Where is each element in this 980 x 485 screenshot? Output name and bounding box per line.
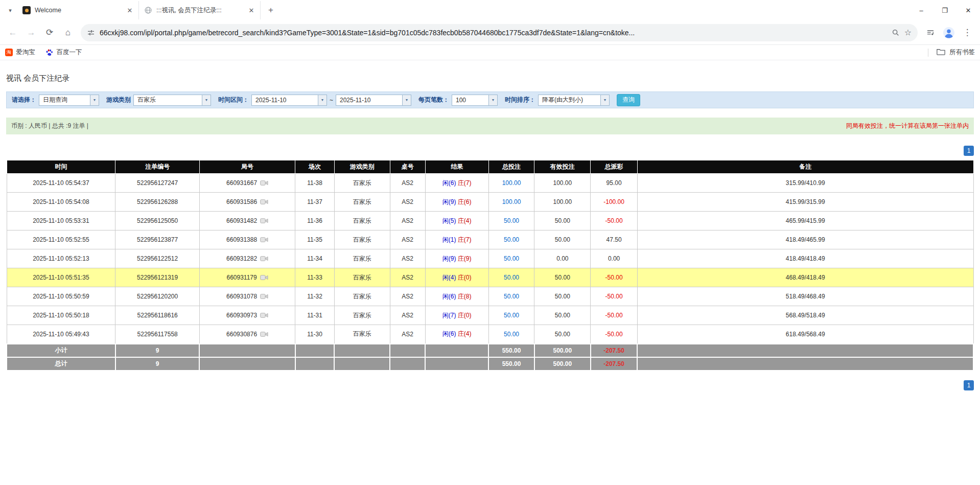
total-bet-link[interactable]: 50.00 [504,274,519,281]
welcome-favicon [22,6,31,14]
date-to-input[interactable]: 2025-11-10 ▼ [336,95,411,106]
all-bookmarks[interactable]: 所有书签 [928,48,975,57]
media-controls-icon[interactable] [922,24,939,41]
table-row[interactable]: 2025-11-10 05:53:31522956125050660931482… [7,212,973,230]
chevron-down-icon[interactable]: ▼ [600,95,609,105]
column-header: 总投注 [488,160,534,174]
back-icon[interactable]: ← [4,24,21,41]
profile-avatar[interactable] [940,24,958,41]
chevron-down-icon[interactable]: ▼ [318,95,326,105]
table-row[interactable]: 2025-11-10 05:50:59522956120200660931078… [7,287,973,306]
bookmark-star-icon[interactable]: ☆ [904,28,912,37]
bookmark-taobao[interactable]: 淘 爱淘宝 [5,48,35,57]
video-replay-icon[interactable] [260,180,268,186]
tab-welcome[interactable]: Welcome ✕ [17,1,139,19]
zoom-icon[interactable] [892,29,900,37]
sort-select[interactable]: 降幂(由大到小) ▼ [538,95,610,106]
cell-note: 618.49/568.49 [637,325,973,344]
chevron-down-icon[interactable]: ▼ [90,95,99,105]
url-text[interactable]: 66cxkj98.com/ipl/portal.php/game/betreco… [100,29,887,37]
tab-close-icon[interactable]: ✕ [125,6,134,15]
tab-betrecord[interactable]: :::视讯, 会员下注纪录::: ✕ [139,1,261,19]
total-bet-link[interactable]: 50.00 [504,312,519,319]
grand-total-total-bet: 550.00 [488,357,534,371]
notice-text: 同局有效投注，统一计算在该局第一张注单内 [846,122,969,130]
baidu-favicon [45,49,54,57]
total-bet-link[interactable]: 100.00 [502,198,521,205]
game-type-label: 游戏类别 [106,96,131,104]
forward-icon[interactable]: → [22,24,40,41]
result-banker: 庄(0) [458,274,472,281]
tab-close-icon[interactable]: ✕ [247,6,256,15]
total-bet-link[interactable]: 50.00 [504,293,519,300]
tab-search-icon[interactable]: ▾ [3,3,17,17]
menu-kebab-icon[interactable]: ⋮ [959,24,976,41]
cell-round-id: 660930973 [199,306,295,325]
chevron-down-icon[interactable]: ▼ [402,95,411,105]
cell-round-id: 660931282 [199,249,295,268]
total-bet-link[interactable]: 50.00 [504,331,519,338]
minimize-button[interactable]: – [909,0,933,20]
cell-bet-id: 522956127247 [115,174,200,193]
cell-result: 闲(6) 庄(7) [425,174,488,193]
video-replay-icon[interactable] [260,218,268,224]
sort-label: 时间排序： [505,96,535,104]
table-row[interactable]: 2025-11-10 05:49:43522956117558660930876… [7,325,973,344]
new-tab-button[interactable]: + [264,3,278,17]
result-banker: 庄(0) [458,312,472,319]
page-number-button[interactable]: 1 [964,146,974,156]
total-bet-link[interactable]: 50.00 [504,236,519,243]
home-icon[interactable]: ⌂ [59,24,77,41]
cell-round-id: 660931388 [199,230,295,249]
url-bar[interactable]: 66cxkj98.com/ipl/portal.php/game/betreco… [81,24,918,41]
table-row[interactable]: 2025-11-10 05:52:55522956123877660931388… [7,230,973,249]
chevron-down-icon[interactable]: ▼ [488,95,497,105]
cell-game-type: 百家乐 [334,249,390,268]
bookmark-baidu[interactable]: 百度一下 [45,48,82,57]
cell-total-bet: 100.00 [488,174,534,193]
cell-session: 11-35 [295,230,335,249]
cell-payout: -100.00 [591,193,638,212]
total-bet-link[interactable]: 50.00 [504,255,519,262]
close-button[interactable]: ✕ [956,0,980,20]
total-bet-link[interactable]: 50.00 [504,217,519,224]
table-row[interactable]: 2025-11-10 05:54:37522956127247660931667… [7,174,973,193]
search-button[interactable]: 查询 [617,94,640,106]
video-replay-icon[interactable] [260,237,268,243]
video-replay-icon[interactable] [260,331,268,337]
cell-table-no: AS2 [390,306,425,325]
grand-total-count: 9 [115,357,200,371]
column-header: 游戏类别 [334,160,390,174]
bookmark-label: 百度一下 [57,48,82,57]
page-number-button[interactable]: 1 [964,380,974,390]
maximize-button[interactable]: ❐ [933,0,956,20]
table-row[interactable]: 2025-11-10 05:51:35522956121319660931179… [7,268,973,287]
date-from-input[interactable]: 2025-11-10 ▼ [251,95,327,106]
game-type-select[interactable]: 百家乐 ▼ [133,95,211,106]
per-page-select[interactable]: 100 ▼ [452,95,498,106]
video-replay-icon[interactable] [260,274,268,281]
cell-table-no: AS2 [390,287,425,306]
cell-note: 468.49/418.49 [637,268,973,287]
table-row[interactable]: 2025-11-10 05:54:08522956126288660931586… [7,193,973,212]
cell-round-id: 660930876 [199,325,295,344]
cell-round-id: 660931078 [199,287,295,306]
video-replay-icon[interactable] [260,199,268,205]
cell-round-id: 660931482 [199,212,295,230]
video-replay-icon[interactable] [260,256,268,262]
total-bet-link[interactable]: 100.00 [502,179,521,187]
table-row[interactable]: 2025-11-10 05:52:13522956122512660931282… [7,249,973,268]
site-info-tune-icon[interactable] [87,29,95,37]
reload-icon[interactable]: ⟳ [41,24,58,41]
cell-valid-bet: 50.00 [534,306,591,325]
cell-table-no: AS2 [390,193,425,212]
per-page-label: 每页笔数： [418,96,449,104]
window-controls: – ❐ ✕ [909,0,980,20]
query-type-select[interactable]: 日期查询 ▼ [39,95,99,106]
column-header: 结果 [425,160,488,174]
grand-total-payout: -207.50 [591,357,638,371]
video-replay-icon[interactable] [260,312,268,318]
chevron-down-icon[interactable]: ▼ [202,95,211,105]
video-replay-icon[interactable] [260,293,268,299]
table-row[interactable]: 2025-11-10 05:50:18522956118616660930973… [7,306,973,325]
